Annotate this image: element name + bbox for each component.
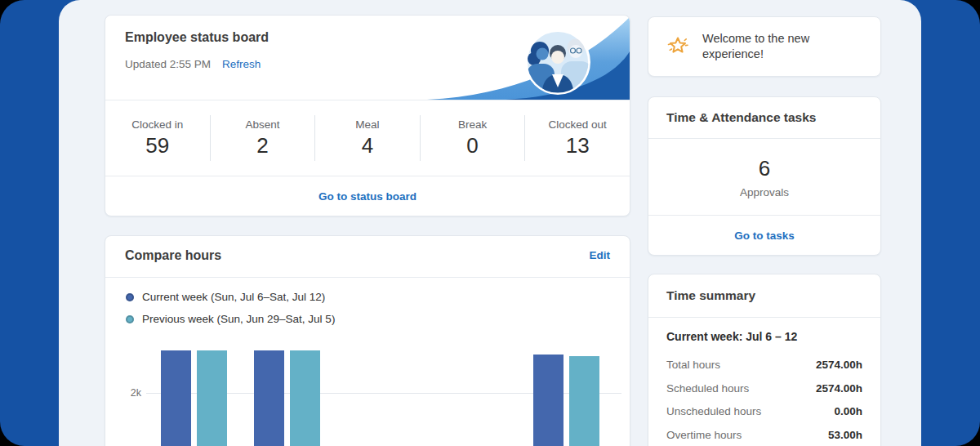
stat-value: 59 (145, 133, 169, 158)
star-burst-icon (665, 33, 691, 60)
stat-label: Absent (245, 118, 279, 131)
bar-current-week (533, 355, 564, 446)
status-board-title: Employee status board (125, 30, 269, 45)
stat-clocked-out: Clocked out 13 (525, 100, 630, 176)
bar-previous-week (197, 350, 227, 446)
status-stats-row: Clocked in 59 Absent 2 Meal 4 Break 0 (105, 100, 630, 176)
dashboard-panel: Employee status board Updated 2:55 PMRef… (59, 0, 921, 446)
refresh-link[interactable]: Refresh (222, 58, 261, 70)
approvals-count: 6 (759, 156, 770, 181)
time-attendance-tasks-card: Time & Attendance tasks 6 Approvals Go t… (648, 96, 881, 256)
summary-row-scheduled-hours: Scheduled hours 2574.00h (666, 382, 862, 395)
stat-value: 4 (362, 133, 373, 158)
stat-label: Break (458, 118, 487, 131)
bar-current-week (161, 350, 191, 446)
status-board-header: Employee status board Updated 2:55 PMRef… (105, 16, 630, 100)
welcome-banner-card: Welcome to the new experience! (648, 16, 881, 77)
go-to-tasks-link[interactable]: Go to tasks (734, 230, 795, 242)
bar-chart-plot-area (105, 236, 630, 446)
updated-timestamp: Updated 2:55 PM (125, 58, 211, 70)
row-label: Overtime hours (666, 429, 742, 441)
time-summary-body: Current week: Jul 6 – 12 Total hours 257… (648, 318, 880, 441)
compare-hours-card: Compare hours Edit Current week (Sun, Ju… (105, 235, 630, 446)
row-value: 53.00h (828, 429, 862, 441)
welcome-message: Welcome to the new experience! (702, 31, 858, 62)
stat-clocked-in: Clocked in 59 (105, 100, 210, 176)
stat-label: Clocked in (131, 118, 183, 131)
summary-row-unscheduled-hours: Unscheduled hours 0.00h (666, 405, 862, 417)
bar-previous-week (290, 350, 320, 446)
tasks-summary: 6 Approvals (648, 139, 880, 215)
bar-previous-week (569, 356, 599, 446)
time-summary-card: Time summary Current week: Jul 6 – 12 To… (648, 274, 881, 446)
stat-label: Clocked out (549, 118, 607, 131)
row-label: Scheduled hours (666, 382, 749, 395)
app-background: Employee status board Updated 2:55 PMRef… (0, 0, 980, 446)
stat-value: 0 (466, 133, 478, 158)
approvals-label: Approvals (740, 186, 789, 198)
summary-row-overtime-hours: Overtime hours 53.00h (666, 429, 862, 441)
bar-current-week (254, 350, 284, 446)
row-label: Total hours (666, 359, 720, 371)
time-summary-title: Time summary (648, 274, 880, 317)
stat-meal: Meal 4 (315, 100, 420, 176)
stat-value: 13 (566, 133, 590, 158)
employee-status-board-card: Employee status board Updated 2:55 PMRef… (105, 15, 630, 216)
row-value: 0.00h (834, 405, 862, 417)
row-value: 2574.00h (816, 359, 862, 371)
summary-row-total-hours: Total hours 2574.00h (666, 359, 862, 371)
stat-absent: Absent 2 (211, 100, 315, 176)
stat-label: Meal (355, 118, 379, 131)
stat-value: 2 (256, 133, 268, 158)
stat-break: Break 0 (421, 100, 525, 176)
row-label: Unscheduled hours (666, 405, 761, 417)
current-week-period: Current week: Jul 6 – 12 (666, 330, 862, 343)
go-to-status-board-link[interactable]: Go to status board (318, 190, 416, 203)
row-value: 2574.00h (816, 382, 862, 395)
tasks-card-title: Time & Attendance tasks (648, 97, 880, 138)
